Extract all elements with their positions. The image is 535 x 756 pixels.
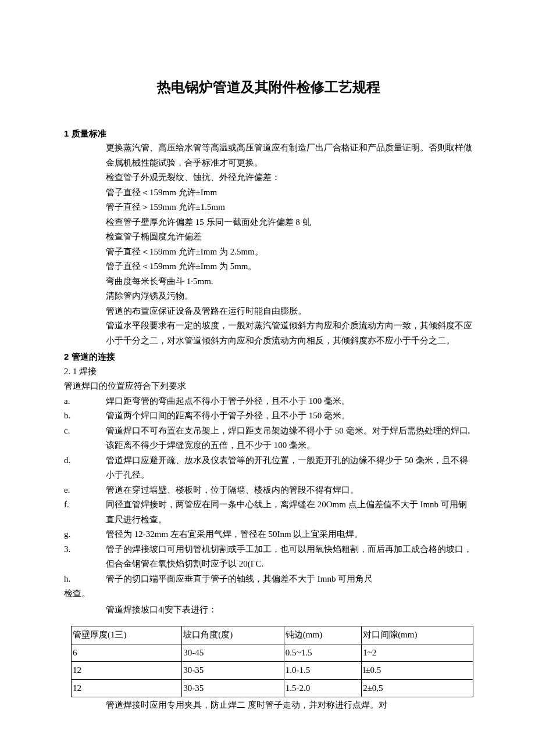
table-cell: 1.5-2.0 [284,679,361,697]
document-page: 热电锅炉管道及其附件检修工艺规程 1 质量标准 更换蒸汽管、高压给水管等高温或高… [0,0,535,756]
list-label: g. [64,527,106,542]
text-line: 管子直径＜159mm 允许±Imm [106,185,473,200]
table-caption: 管道焊接坡口4|安下表进行： [106,603,473,618]
table-cell: 30-35 [182,662,284,680]
list-text: 焊口距弯管的弯曲起点不得小于管子外径，且不小于 100 毫米。 [106,394,473,409]
subsection-2-1: 2. 1 焊接 [64,364,473,379]
section-2-head: 2 管道的连接 [64,349,473,364]
table-header: 管壁厚度(1三) [72,626,182,644]
table-cell: 2±0,5 [362,679,473,697]
text-line: 清除管内浮锈及污物。 [106,289,473,304]
table-cell: 1.0-1.5 [284,662,361,680]
list-text: 同径直管焊接时，两管应在同一条中心线上，离焊缝在 20Omm 点上偏差值不大于 … [106,497,473,527]
text-line: 检查管子椭圆度允许偏差 [106,230,473,245]
table-cell: 30-35 [182,679,284,697]
text-line: 管道水平段要求有一定的坡度，一般对蒸汽管道倾斜方向应和介质流动方向一致，其倾斜度… [106,318,473,348]
section-2-intro: 管道焊口的位置应符合下列要求 [64,379,473,394]
text-line: 检查。 [64,586,473,601]
text-line: 管道的布置应保证设备及管路在运行时能自由膨胀。 [106,304,473,319]
table-header: 钝边(mm) [284,626,361,644]
list-label: h. [64,572,106,587]
section-1-head: 1 质量标准 [64,126,473,141]
table-row: 12 30-35 1.0-1.5 l±0.5 [72,662,473,680]
table-cell: 0.5~1.5 [284,644,361,662]
table-cell: 6 [72,644,182,662]
table-row: 管壁厚度(1三) 坡口角度(度) 钝边(mm) 对口间隙(mm) [72,626,473,644]
list-label: e. [64,483,106,498]
text-line: 弯曲度每米长弯曲斗 1·5mm. [106,274,473,289]
list-item: e. 管道在穿过墙壁、楼板时，位于隔墙、楼板内的管段不得有焊口。 [64,483,473,498]
text-line: 管子直径＜159mm 允许±Imm 为 5mm。 [106,259,473,274]
list-text: 管径为 12-32mm 左右宜采用气焊，管径在 50Inm 以上宜采用电焊。 [106,527,473,542]
text-line: 管子直径＜159mm 允许±Imm 为 2.5mm。 [106,245,473,260]
list-item: a. 焊口距弯管的弯曲起点不得小于管子外径，且不小于 100 毫米。 [64,394,473,409]
section-1-body: 更换蒸汽管、高压给水管等高温或高压管道应有制造厂出厂合格证和产品质量证明。否则取… [106,141,473,348]
table-header: 坡口角度(度) [182,626,284,644]
list-label: b. [64,409,106,424]
table-cell: 12 [72,679,182,697]
page-title: 热电锅炉管道及其附件检修工艺规程 [64,76,473,99]
table-row: 6 30-45 0.5~1.5 1~2 [72,644,473,662]
text-line: 管子直径＞159mm 允许±1.5mm [106,200,473,215]
list-item: c. 管道焊口不可布置在支吊架上，焊口距支吊架边缘不得小于 50 毫米。对于焊后… [64,424,473,453]
list-text: 管道焊口不可布置在支吊架上，焊口距支吊架边缘不得小于 50 毫米。对于焊后需热处… [106,424,473,453]
list-label: 3. [64,542,106,572]
list-item: 3. 管子的焊接坡口可用切管机切割或手工加工，也可以用氧快焰粗割，而后再加工成合… [64,542,473,572]
text-line: 检查管子壁厚允许偏差 15 乐同一截面处允许偏差 8 虬 [106,215,473,230]
list-item: h. 管子的切口端平面应垂直于管子的轴线，其偏差不大于 Imnb 可用角尺 [64,572,473,587]
table-row: 12 30-35 1.5-2.0 2±0,5 [72,679,473,697]
table-cell: 1~2 [362,644,473,662]
text-line: 检查管子外观无裂纹、蚀抗、外径允许偏差： [106,170,473,185]
table-cell: 12 [72,662,182,680]
list-item: g. 管径为 12-32mm 左右宜采用气焊，管径在 50Inm 以上宜采用电焊… [64,527,473,542]
table-footnote: 管道焊接时应用专用夹具，防止焊二 度时管子走动，并对称进行点焊。对 [106,698,473,713]
list-text: 管道焊口应避开疏、放水及仪表管等的开孔位置，一般距开孔的边缘不得少于 50 毫米… [106,453,473,483]
list-text: 管子的切口端平面应垂直于管子的轴线，其偏差不大于 Imnb 可用角尺 [106,572,473,587]
list-text: 管道在穿过墙壁、楼板时，位于隔墙、楼板内的管段不得有焊口。 [106,483,473,498]
table-cell: l±0.5 [362,662,473,680]
list-item: f. 同径直管焊接时，两管应在同一条中心线上，离焊缝在 20Omm 点上偏差值不… [64,497,473,527]
list-label: d. [64,453,106,483]
list-text: 管子的焊接坡口可用切管机切割或手工加工，也可以用氧快焰粗割，而后再加工成合格的坡… [106,542,473,572]
list-item: d. 管道焊口应避开疏、放水及仪表管等的开孔位置，一般距开孔的边缘不得少于 50… [64,453,473,483]
text-line: 更换蒸汽管、高压给水管等高温或高压管道应有制造厂出厂合格证和产品质量证明。否则取… [106,141,473,170]
list-label: f. [64,497,106,527]
list-label: a. [64,394,106,409]
list-item: b. 管道两个焊口间的距离不得小于管子外径，且不小于 150 毫米。 [64,409,473,424]
list-text: 管道两个焊口间的距离不得小于管子外径，且不小于 150 毫米。 [106,409,473,424]
list-label: c. [64,424,106,453]
table-cell: 30-45 [182,644,284,662]
groove-table: 管壁厚度(1三) 坡口角度(度) 钝边(mm) 对口间隙(mm) 6 30-45… [71,626,473,697]
table-header: 对口间隙(mm) [362,626,473,644]
